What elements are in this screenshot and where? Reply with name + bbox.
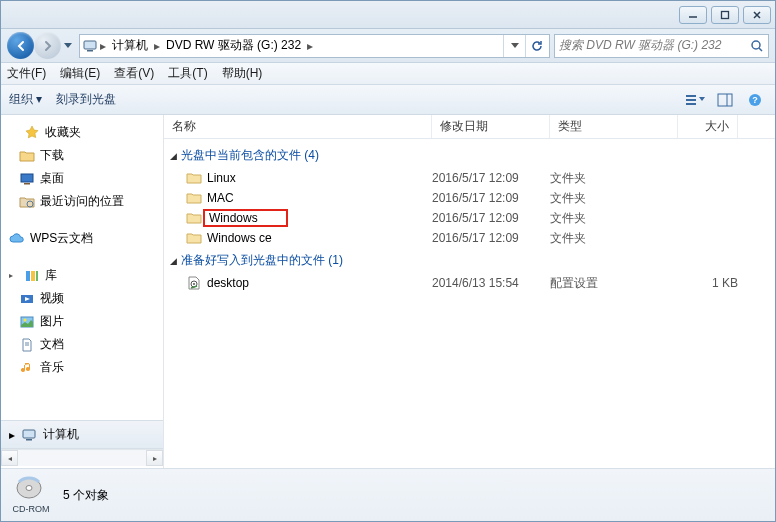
- breadcrumb-computer[interactable]: 计算机: [108, 35, 152, 57]
- address-dropdown[interactable]: [503, 35, 525, 57]
- svg-rect-13: [21, 174, 33, 182]
- drive-icon: CD-ROM: [11, 476, 51, 514]
- file-date: 2016/5/17 12:09: [432, 171, 550, 185]
- svg-rect-16: [26, 271, 30, 281]
- sidebar-hscroll[interactable]: ◂▸: [1, 449, 163, 466]
- folder-icon: [186, 210, 202, 226]
- col-type[interactable]: 类型: [550, 115, 678, 138]
- search-placeholder: 搜索 DVD RW 驱动器 (G:) 232: [559, 37, 721, 54]
- organize-button[interactable]: 组织 ▾: [9, 91, 42, 108]
- section-header[interactable]: ◢准备好写入到光盘中的文件 (1): [164, 248, 775, 273]
- libraries-icon: [24, 268, 40, 284]
- breadcrumb-separator[interactable]: ▸: [152, 39, 162, 53]
- menu-edit[interactable]: 编辑(E): [60, 65, 100, 82]
- titlebar: [1, 1, 775, 29]
- list-item[interactable]: Windows ce2016/5/17 12:09文件夹: [164, 228, 775, 248]
- forward-button[interactable]: [34, 32, 61, 59]
- sidebar-item-music[interactable]: 音乐: [1, 356, 163, 379]
- file-name: Windows ce: [207, 231, 272, 245]
- status-bar: CD-ROM 5 个对象: [1, 468, 775, 521]
- file-size: 1 KB: [678, 276, 738, 290]
- file-type: 配置设置: [550, 275, 678, 292]
- breadcrumb-separator[interactable]: ▸: [305, 39, 315, 53]
- col-date[interactable]: 修改日期: [432, 115, 550, 138]
- close-button[interactable]: [743, 6, 771, 24]
- address-box[interactable]: ▸ 计算机 ▸ DVD RW 驱动器 (G:) 232 ▸: [79, 34, 550, 58]
- sidebar-computer[interactable]: ▸计算机: [1, 420, 163, 449]
- file-date: 2016/5/17 12:09: [432, 191, 550, 205]
- svg-line-5: [759, 48, 762, 51]
- svg-rect-8: [686, 103, 696, 105]
- col-size[interactable]: 大小: [678, 115, 738, 138]
- folder-icon: [19, 148, 35, 164]
- menu-tools[interactable]: 工具(T): [168, 65, 207, 82]
- menu-view[interactable]: 查看(V): [114, 65, 154, 82]
- list-item[interactable]: Linux2016/5/17 12:09文件夹: [164, 168, 775, 188]
- object-count: 5 个对象: [63, 487, 109, 504]
- menu-bar: 文件(F) 编辑(E) 查看(V) 工具(T) 帮助(H): [1, 63, 775, 85]
- address-bar: ▸ 计算机 ▸ DVD RW 驱动器 (G:) 232 ▸ 搜索 DVD RW …: [1, 29, 775, 63]
- svg-text:?: ?: [752, 95, 758, 105]
- svg-rect-1: [722, 11, 729, 18]
- column-header: 名称 修改日期 类型 大小: [164, 115, 775, 139]
- svg-rect-6: [686, 95, 696, 97]
- preview-pane-button[interactable]: [713, 89, 737, 111]
- view-options-button[interactable]: [683, 89, 707, 111]
- search-icon: [750, 39, 764, 53]
- help-button[interactable]: ?: [743, 89, 767, 111]
- sidebar-item-recent[interactable]: 最近访问的位置: [1, 190, 163, 213]
- file-date: 2016/5/17 12:09: [432, 231, 550, 245]
- picture-icon: [19, 314, 35, 330]
- file-list-pane: 名称 修改日期 类型 大小 ◢光盘中当前包含的文件 (4)Linux2016/5…: [164, 115, 775, 468]
- svg-rect-17: [31, 271, 35, 281]
- document-icon: [19, 337, 35, 353]
- svg-rect-24: [23, 430, 35, 438]
- maximize-button[interactable]: [711, 6, 739, 24]
- sidebar-favorites[interactable]: 收藏夹: [1, 121, 163, 144]
- config-file-icon: [186, 275, 202, 291]
- menu-file[interactable]: 文件(F): [7, 65, 46, 82]
- computer-icon: [21, 427, 37, 443]
- breadcrumb-separator[interactable]: ▸: [98, 39, 108, 53]
- menu-help[interactable]: 帮助(H): [222, 65, 263, 82]
- section-header[interactable]: ◢光盘中当前包含的文件 (4): [164, 143, 775, 168]
- sidebar-libraries[interactable]: ▸库: [1, 264, 163, 287]
- svg-point-29: [26, 486, 32, 491]
- music-icon: [19, 360, 35, 376]
- cloud-icon: [9, 231, 25, 247]
- svg-rect-25: [26, 439, 32, 441]
- sidebar-wps[interactable]: WPS云文档: [1, 227, 163, 250]
- file-type: 文件夹: [550, 230, 678, 247]
- sidebar-item-videos[interactable]: 视频: [1, 287, 163, 310]
- recent-icon: [19, 194, 35, 210]
- nav-history-dropdown[interactable]: [61, 36, 75, 56]
- list-item[interactable]: Windows2016/5/17 12:09文件夹: [164, 208, 775, 228]
- minimize-button[interactable]: [679, 6, 707, 24]
- svg-point-4: [752, 41, 760, 49]
- breadcrumb-drive[interactable]: DVD RW 驱动器 (G:) 232: [162, 35, 305, 57]
- sidebar-item-downloads[interactable]: 下载: [1, 144, 163, 167]
- sidebar-item-desktop[interactable]: 桌面: [1, 167, 163, 190]
- sidebar: 收藏夹 下载 桌面 最近访问的位置 WPS云文档 ▸库 视频 图片 文档 音乐 …: [1, 115, 164, 468]
- svg-rect-2: [84, 41, 96, 49]
- back-button[interactable]: [7, 32, 34, 59]
- svg-rect-14: [24, 183, 30, 185]
- star-icon: [24, 125, 40, 141]
- video-icon: [19, 291, 35, 307]
- folder-icon: [186, 170, 202, 186]
- list-item[interactable]: desktop2014/6/13 15:54配置设置1 KB: [164, 273, 775, 293]
- col-name[interactable]: 名称: [164, 115, 432, 138]
- refresh-button[interactable]: [525, 35, 547, 57]
- burn-button[interactable]: 刻录到光盘: [56, 91, 116, 108]
- list-item[interactable]: MAC2016/5/17 12:09文件夹: [164, 188, 775, 208]
- file-name: Linux: [207, 171, 236, 185]
- file-name: desktop: [207, 276, 249, 290]
- search-input[interactable]: 搜索 DVD RW 驱动器 (G:) 232: [554, 34, 769, 58]
- computer-icon: [82, 38, 98, 54]
- file-name: Windows: [203, 209, 288, 227]
- desktop-icon: [19, 171, 35, 187]
- sidebar-item-pictures[interactable]: 图片: [1, 310, 163, 333]
- sidebar-item-documents[interactable]: 文档: [1, 333, 163, 356]
- folder-icon: [186, 190, 202, 206]
- svg-rect-9: [718, 94, 732, 106]
